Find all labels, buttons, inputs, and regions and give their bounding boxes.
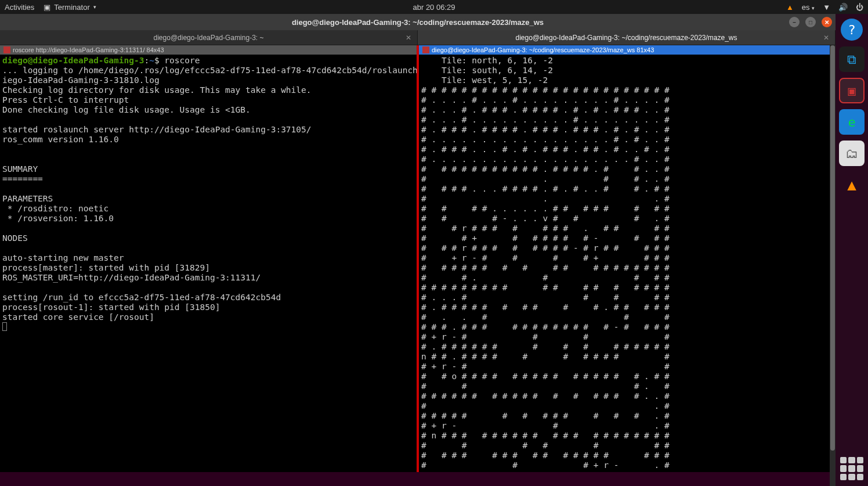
gnome-topbar: Activities ▣ Terminator ▾ abr 20 06:29 ▲… bbox=[0, 0, 868, 14]
terminal-left[interactable]: diego@diego-IdeaPad-Gaming-3:~$ roscore … bbox=[0, 55, 417, 472]
show-apps-button[interactable] bbox=[840, 457, 863, 480]
app-name-label: Terminator bbox=[54, 3, 89, 12]
pane-title-right: diego@diego-IdeaPad-Gaming-3: ~/coding/r… bbox=[419, 45, 836, 55]
pane-title-text: roscore http://diego-IdeaPad-Gaming-3:11… bbox=[13, 46, 164, 53]
window-title: diego@diego-IdeaPad-Gaming-3: ~/coding/r… bbox=[292, 18, 544, 27]
tab-2[interactable]: diego@diego-IdeaPad-Gaming-3: ~/coding/r… bbox=[418, 30, 836, 45]
split-panes: roscore http://diego-IdeaPad-Gaming-3:11… bbox=[0, 45, 836, 472]
edge-icon[interactable]: e bbox=[839, 109, 865, 135]
tab-bar: diego@diego-IdeaPad-Gaming-3: ~ ✕ diego@… bbox=[0, 30, 836, 45]
clock[interactable]: abr 20 06:29 bbox=[413, 3, 455, 12]
tab-1[interactable]: diego@diego-IdeaPad-Gaming-3: ~ ✕ bbox=[0, 30, 418, 45]
vlc-icon[interactable]: ▲ bbox=[839, 172, 865, 197]
tab-label: diego@diego-IdeaPad-Gaming-3: ~ bbox=[154, 34, 264, 42]
scrollbar[interactable] bbox=[830, 45, 836, 486]
dock: ? ⧉ ▣ e 🗂 ▲ bbox=[836, 14, 868, 486]
chevron-down-icon: ▾ bbox=[93, 4, 96, 10]
terminator-icon: ▣ bbox=[44, 3, 50, 12]
pane-title-left: roscore http://diego-IdeaPad-Gaming-3:11… bbox=[0, 45, 417, 55]
minimize-button[interactable]: – bbox=[789, 17, 800, 27]
pane-icon bbox=[3, 46, 10, 53]
terminator-dock-icon[interactable]: ▣ bbox=[839, 78, 865, 103]
keyboard-layout-indicator[interactable]: es ▾ bbox=[802, 3, 815, 12]
vlc-tray-icon[interactable]: ▲ bbox=[786, 3, 794, 12]
pane-icon bbox=[422, 46, 429, 53]
close-icon[interactable]: ✕ bbox=[406, 34, 411, 42]
right-pane[interactable]: diego@diego-IdeaPad-Gaming-3: ~/coding/r… bbox=[419, 45, 836, 472]
window-titlebar: diego@diego-IdeaPad-Gaming-3: ~/coding/r… bbox=[0, 14, 836, 30]
wifi-icon[interactable]: ▼ bbox=[823, 3, 830, 12]
left-pane[interactable]: roscore http://diego-IdeaPad-Gaming-3:11… bbox=[0, 45, 419, 472]
activities-button[interactable]: Activities bbox=[5, 3, 34, 12]
terminal-right[interactable]: Tile: north, 6, 16, -2 Tile: south, 6, 1… bbox=[419, 55, 836, 472]
power-icon[interactable]: ⏻ bbox=[856, 3, 863, 12]
pane-title-text: diego@diego-IdeaPad-Gaming-3: ~/coding/r… bbox=[432, 46, 654, 53]
help-icon[interactable]: ? bbox=[841, 19, 863, 41]
app-menu[interactable]: ▣ Terminator ▾ bbox=[44, 3, 96, 12]
close-button[interactable]: ✕ bbox=[822, 17, 832, 27]
volume-icon[interactable]: 🔊 bbox=[838, 3, 848, 12]
scrollbar-thumb[interactable] bbox=[830, 45, 835, 451]
files-icon[interactable]: 🗂 bbox=[839, 141, 865, 166]
tab-label: diego@diego-IdeaPad-Gaming-3: ~/coding/r… bbox=[515, 34, 737, 42]
close-icon[interactable]: ✕ bbox=[823, 34, 829, 42]
maximize-button[interactable]: □ bbox=[805, 17, 816, 27]
vscode-icon[interactable]: ⧉ bbox=[839, 46, 865, 72]
terminator-window: diego@diego-IdeaPad-Gaming-3: ~/coding/r… bbox=[0, 14, 836, 486]
